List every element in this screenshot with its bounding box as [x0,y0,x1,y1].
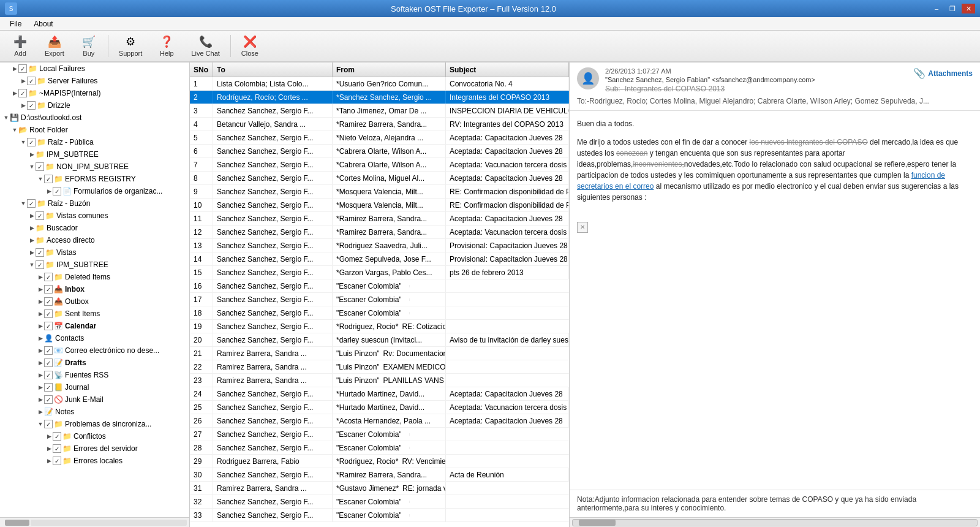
sidebar-item-eforms[interactable]: ▼📁EFORMS REGISTRY [0,173,189,185]
checkbox-icon[interactable] [53,432,61,441]
add-button[interactable]: ➕ Add [5,32,36,59]
table-row[interactable]: 19 Sanchez Sanchez, Sergio F... *Rodrigu… [190,320,569,333]
table-row[interactable]: 30 Sanchez Sanchez, Sergio F... *Ramirez… [190,468,569,482]
help-button[interactable]: ❓ Help [151,32,182,59]
table-row[interactable]: 5 Sanchez Sanchez, Sergio F... *Nieto Ve… [190,131,569,145]
email-list[interactable]: 1 Lista Colombia; Lista Colo... *Usuario… [190,77,569,527]
checkbox-icon[interactable] [36,248,44,257]
sidebar-item-acceso-directo[interactable]: ▶📁Acceso directo [0,234,189,246]
sidebar-item-formularios[interactable]: ▶📄Formularios de organizac... [0,185,189,197]
close-window-button[interactable]: ✕ [962,4,975,13]
table-row[interactable]: 17 Sanchez Sanchez, Sergio F... "Escaner… [190,293,569,306]
preview-bottom-scroll[interactable] [570,517,980,527]
table-row[interactable]: 20 Sanchez Sanchez, Sergio F... *darley … [190,333,569,347]
table-row[interactable]: 14 Sanchez Sanchez, Sergio F... *Gomez S… [190,252,569,266]
table-row[interactable]: 24 Sanchez Sanchez, Sergio F... *Hurtado… [190,387,569,401]
table-row[interactable]: 6 Sanchez Sanchez, Sergio F... *Cabrera … [190,145,569,158]
sidebar-item-buscador[interactable]: ▶📁Buscador [0,222,189,234]
checkbox-icon[interactable] [36,162,44,171]
table-row[interactable]: 2 Rodríguez, Rocío; Cortes ... *Sanchez … [190,91,569,104]
livechat-button[interactable]: 📞 Live Chat [184,32,226,59]
buy-button[interactable]: 🛒 Buy [74,32,104,59]
checkbox-icon[interactable] [44,358,53,367]
table-row[interactable]: 31 Ramirez Barrera, Sandra ... *Gustavo … [190,482,569,495]
sidebar-item-problemas[interactable]: ▼📁Problemas de sincroniza... [0,418,189,430]
table-row[interactable]: 7 Sanchez Sanchez, Sergio F... *Cabrera … [190,158,569,172]
checkbox-icon[interactable] [53,187,61,195]
checkbox-icon[interactable] [27,101,36,110]
table-row[interactable]: 18 Sanchez Sanchez, Sergio F... "Escaner… [190,306,569,320]
table-row[interactable]: 22 Ramirez Barrera, Sandra ... "Luis Pin… [190,360,569,374]
table-row[interactable]: 27 Sanchez Sanchez, Sergio F... "Escaner… [190,428,569,441]
sidebar-item-raiz-buzon[interactable]: ▼📁Raíz - Buzón [0,197,189,210]
sidebar-item-inbox[interactable]: ▶📥Inbox [0,283,189,295]
table-row[interactable]: 15 Sanchez Sanchez, Sergio F... *Garzon … [190,266,569,279]
minimize-button[interactable]: – [930,4,943,13]
checkbox-icon[interactable] [27,199,36,208]
checkbox-icon[interactable] [27,77,36,85]
close-button[interactable]: ❌ Close [235,32,265,59]
table-row[interactable]: 1 Lista Colombia; Lista Colo... *Usuario… [190,77,569,91]
sidebar-item-raiz-publica[interactable]: ▼📁Raíz - Pública [0,136,189,148]
sidebar-item-root-folder[interactable]: ▼📂Root Folder [0,124,189,136]
preview-scrollbar-thumb[interactable] [579,520,616,526]
sidebar-item-errores-locales[interactable]: ▶📁Errores locales [0,455,189,467]
checkbox-icon[interactable] [53,457,61,465]
checkbox-icon[interactable] [44,346,53,355]
table-row[interactable]: 10 Sanchez Sanchez, Sergio F... *Mosquer… [190,199,569,212]
sidebar-item-calendar[interactable]: ▶📅Calendar [0,320,189,332]
table-row[interactable]: 8 Sanchez Sanchez, Sergio F... *Cortes M… [190,172,569,185]
checkbox-icon[interactable] [44,285,53,294]
sidebar-item-server-failures[interactable]: ▶📁Server Failures [0,75,189,87]
sidebar-horizontal-scroll[interactable] [0,517,189,527]
checkbox-icon[interactable] [53,444,61,453]
support-button[interactable]: ⚙ Support [112,32,149,59]
sidebar-item-mapisp[interactable]: ▶📁~MAPISP(Internal) [0,87,189,99]
table-row[interactable]: 13 Sanchez Sanchez, Sergio F... *Rodrigu… [190,239,569,252]
table-row[interactable]: 29 Rodriguez Barrera, Fabio *Rodriguez, … [190,455,569,468]
checkbox-icon[interactable] [44,420,53,428]
sidebar-item-vistas-comunes[interactable]: ▶📁Vistas comunes [0,210,189,222]
sidebar-item-ipm-subtree[interactable]: ▶📁IPM_SUBTREE [0,148,189,161]
sidebar-item-drizzle[interactable]: ▶📁Drizzle [0,99,189,112]
sidebar-item-notes[interactable]: ▶📝Notes [0,406,189,418]
table-row[interactable]: 21 Ramirez Barrera, Sandra ... "Luis Pin… [190,347,569,360]
sidebar-item-ipm-subtree2[interactable]: ▼📁IPM_SUBTREE [0,259,189,271]
checkbox-icon[interactable] [18,89,27,97]
sidebar-item-journal[interactable]: ▶📒Journal [0,381,189,393]
table-row[interactable]: 11 Sanchez Sanchez, Sergio F... *Ramirez… [190,212,569,226]
sidebar-item-drafts[interactable]: ▶📝Drafts [0,357,189,369]
sidebar-item-conflictos[interactable]: ▶📁Conflictos [0,430,189,442]
sidebar-item-correo-no-deseado[interactable]: ▶📧Correo electrónico no dese... [0,344,189,357]
sidebar-item-deleted-items[interactable]: ▶📁Deleted Items [0,271,189,283]
checkbox-icon[interactable] [18,64,27,73]
table-row[interactable]: 25 Sanchez Sanchez, Sergio F... *Hurtado… [190,401,569,414]
sidebar-item-fuentes-rss[interactable]: ▶📡Fuentes RSS [0,369,189,381]
table-row[interactable]: 4 Betancur Vallejo, Sandra ... *Ramirez … [190,118,569,131]
table-row[interactable]: 16 Sanchez Sanchez, Sergio F... "Escaner… [190,279,569,293]
checkbox-icon[interactable] [44,273,53,281]
sidebar-item-non-ipm[interactable]: ▼📁NON_IPM_SUBTREE [0,161,189,173]
menu-file[interactable]: File [4,18,28,29]
checkbox-icon[interactable] [44,371,53,379]
sidebar-item-junk-mail[interactable]: ▶🚫Junk E-Mail [0,393,189,406]
preview-scrollbar[interactable] [572,519,978,526]
sidebar[interactable]: ▶📁Local Failures▶📁Server Failures▶📁~MAPI… [0,63,190,527]
table-row[interactable]: 12 Sanchez Sanchez, Sergio F... *Ramirez… [190,226,569,239]
checkbox-icon[interactable] [44,175,53,183]
menu-about[interactable]: About [28,18,59,29]
table-row[interactable]: 32 Sanchez Sanchez, Sergio F... "Escaner… [190,495,569,509]
checkbox-icon[interactable] [44,297,53,306]
restore-button[interactable]: ❐ [946,4,959,13]
checkbox-icon[interactable] [44,322,53,330]
sidebar-item-local-failures[interactable]: ▶📁Local Failures [0,63,189,75]
sidebar-item-contacts[interactable]: ▶👤Contacts [0,332,189,344]
sidebar-item-vistas[interactable]: ▶📁Vistas [0,246,189,259]
table-row[interactable]: 26 Sanchez Sanchez, Sergio F... *Acosta … [190,414,569,428]
checkbox-icon[interactable] [36,260,44,269]
attachments-link[interactable]: Attachments [928,69,973,78]
table-row[interactable]: 23 Ramirez Barrera, Sandra ... "Luis Pin… [190,374,569,387]
table-row[interactable]: 3 Sanchez Sanchez, Sergio F... *Tano Jim… [190,104,569,118]
sidebar-item-outbox[interactable]: ▶📤Outbox [0,295,189,308]
sidebar-item-errores-servidor[interactable]: ▶📁Errores del servidor [0,442,189,455]
